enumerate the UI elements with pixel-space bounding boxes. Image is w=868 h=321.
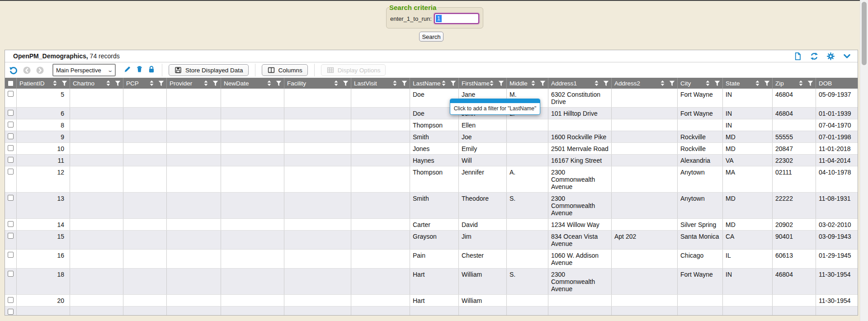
cell-pcp (123, 166, 167, 192)
row-checkbox[interactable] (8, 297, 14, 303)
row-checkbox[interactable] (8, 157, 14, 163)
cell-chartno (70, 131, 123, 142)
column-header-address1[interactable]: Address1 (548, 78, 612, 89)
run-input[interactable]: 1 (434, 13, 479, 24)
column-header-dob[interactable]: DOB (816, 78, 858, 89)
previous-perspective-button[interactable] (22, 65, 32, 75)
cell-patientid: 13 (17, 193, 70, 218)
row-checkbox[interactable] (8, 309, 14, 315)
column-header-chartno[interactable]: Chartno (70, 78, 123, 89)
columns-button[interactable]: Columns (262, 64, 308, 76)
cell-patientid: 6 (17, 108, 70, 119)
column-header-pcp[interactable]: PCP (123, 78, 167, 89)
filter-icon-pcp[interactable] (158, 80, 164, 86)
row-checkbox[interactable] (8, 233, 14, 239)
page-scrollbar-track[interactable] (860, 0, 868, 321)
sort-icon-zip (798, 80, 803, 86)
table-row: 16PainChester1060 W. Addison AvenueChica… (5, 250, 858, 269)
cell-lastvisit (351, 119, 410, 131)
new-document-icon[interactable] (793, 52, 802, 61)
filter-icon-state[interactable] (764, 80, 770, 86)
cell-zip: 22222 (773, 193, 816, 218)
cell-chartno (70, 108, 123, 119)
cell-newdate (221, 166, 284, 192)
display-options-button[interactable]: Display Options (321, 64, 386, 76)
cell-lastvisit (351, 89, 410, 107)
collapse-chevron-icon[interactable] (843, 52, 851, 61)
cell-facility (284, 108, 351, 119)
row-checkbox[interactable] (8, 221, 14, 227)
filter-icon-newdate[interactable] (276, 80, 282, 86)
store-displayed-data-button[interactable]: Store Displayed Data (169, 64, 249, 76)
filter-tooltip-titlebar (450, 99, 540, 103)
column-header-lastname[interactable]: LastName (410, 78, 459, 89)
filter-icon-facility[interactable] (343, 80, 349, 86)
perspective-select[interactable]: Main Perspective⌄ (52, 64, 116, 76)
cell-patientid: 11 (17, 155, 70, 166)
column-header-facility[interactable]: Facility (284, 78, 351, 89)
column-header-provider[interactable]: Provider (167, 78, 221, 89)
table-row: 14CarterDavid1234 Willow WaySilver Sprin… (5, 219, 858, 231)
filter-icon-address1[interactable] (603, 80, 609, 86)
next-perspective-button[interactable] (35, 65, 45, 75)
filter-icon-lastname[interactable] (450, 80, 456, 86)
row-checkbox[interactable] (8, 110, 14, 116)
filter-icon-lastvisit[interactable] (401, 80, 407, 86)
lock-perspective-icon[interactable] (147, 65, 156, 75)
row-checkbox[interactable] (8, 195, 14, 201)
row-checkbox[interactable] (8, 252, 14, 258)
column-label-lastname: LastName (413, 80, 441, 87)
table-row: 11HaynesWill16167 King StreetAlexandriaV… (5, 155, 858, 166)
select-all-header[interactable] (5, 78, 17, 89)
cell-address2 (612, 131, 678, 142)
undo-button[interactable] (9, 65, 19, 75)
cell-dob: 11-30-1954 (816, 269, 858, 294)
filter-icon-address2[interactable] (669, 80, 675, 86)
column-header-state[interactable]: State (723, 78, 773, 89)
column-header-city[interactable]: City (678, 78, 723, 89)
search-button[interactable]: Search (419, 32, 443, 42)
cell-newdate (221, 295, 284, 306)
cell-state: IN (723, 108, 773, 119)
row-checkbox[interactable] (8, 145, 14, 151)
row-checkbox[interactable] (8, 91, 14, 97)
filter-icon-middle[interactable] (540, 80, 546, 86)
column-header-newdate[interactable]: NewDate (221, 78, 284, 89)
delete-perspective-icon[interactable] (136, 65, 143, 75)
cell-lastname: Hart (410, 269, 459, 294)
page-scrollbar-thumb[interactable] (862, 2, 867, 65)
edit-perspective-icon[interactable] (123, 65, 132, 75)
cell-address2 (612, 89, 678, 107)
cell-address2 (612, 250, 678, 268)
column-header-lastvisit[interactable]: LastVisit (351, 78, 410, 89)
cell-provider (167, 155, 221, 166)
row-checkbox[interactable] (8, 271, 14, 277)
cell-zip (773, 119, 816, 131)
row-checkbox[interactable] (8, 133, 14, 139)
select-all-checkbox[interactable] (8, 80, 14, 86)
table-row: 15GraysonJim834 Ocean Vista AvenueApt 20… (5, 231, 858, 250)
gear-icon[interactable] (826, 52, 835, 61)
row-checkbox[interactable] (8, 122, 14, 127)
cell-firstname: William (459, 295, 507, 306)
cell-newdate (221, 89, 284, 107)
toolbar-separator (255, 64, 255, 76)
column-header-zip[interactable]: Zip (773, 78, 816, 89)
column-header-address2[interactable]: Address2 (612, 78, 678, 89)
row-checkbox[interactable] (8, 169, 14, 175)
cell-patientid: 18 (17, 269, 70, 294)
cell-firstname: Joe (459, 131, 507, 142)
filter-icon-city[interactable] (714, 80, 720, 86)
cell-city (678, 119, 723, 131)
filter-icon-chartno[interactable] (115, 80, 121, 86)
column-header-patientid[interactable]: PatientID (17, 78, 70, 89)
filter-icon-firstname[interactable] (498, 80, 504, 86)
sort-icon-chartno (106, 80, 111, 86)
cell-chartno (70, 219, 123, 230)
filter-icon-patientid[interactable] (61, 80, 67, 86)
filter-icon-zip[interactable] (807, 80, 813, 86)
column-header-firstname[interactable]: FirstName (459, 78, 507, 89)
refresh-icon[interactable] (810, 52, 819, 61)
filter-icon-provider[interactable] (212, 80, 218, 86)
column-header-middle[interactable]: Middle (507, 78, 548, 89)
